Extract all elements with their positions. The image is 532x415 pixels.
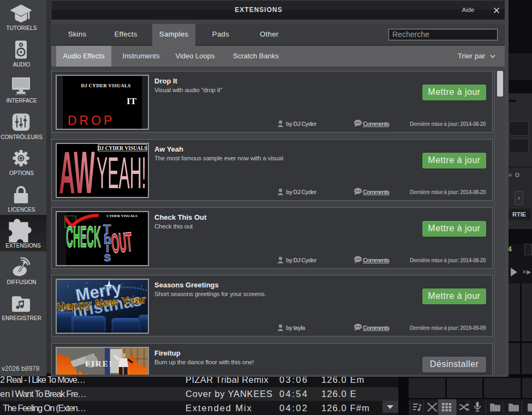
svg-text:OUT: OUT xyxy=(110,226,134,259)
svg-text:CHECK: CHECK xyxy=(66,219,101,253)
svg-text:FIRE!: FIRE! xyxy=(85,359,113,368)
svg-text:YEAH!: YEAH! xyxy=(97,148,146,197)
svg-text:DROP: DROP xyxy=(68,113,115,128)
svg-text:s: s xyxy=(104,249,111,264)
svg-text:CYDER VISUALS: CYDER VISUALS xyxy=(106,214,138,218)
svg-text:DJ CYDER VISUALS: DJ CYDER VISUALS xyxy=(81,83,130,88)
svg-text:AW: AW xyxy=(59,144,95,197)
svg-text:IT: IT xyxy=(127,96,137,106)
